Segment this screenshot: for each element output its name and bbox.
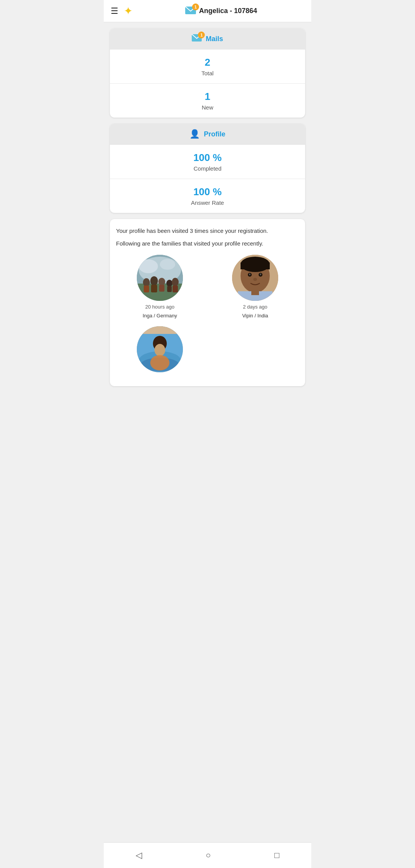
visitor-item-1[interactable]: 20 hours ago Inga / Germany <box>116 255 204 319</box>
menu-button[interactable]: ☰ <box>111 7 118 15</box>
visits-text1: Your profile has been visited 3 times si… <box>116 227 299 236</box>
profile-completed-row: 100 % Completed <box>110 144 305 179</box>
visitor-photo-1 <box>137 255 183 301</box>
recent-apps-button[interactable]: □ <box>267 848 287 863</box>
svg-point-11 <box>158 278 165 285</box>
header-title: Angelica - 107864 <box>199 7 257 15</box>
visits-text2: Following are the families that visited … <box>116 239 299 248</box>
visitors-grid: 20 hours ago Inga / Germany <box>116 255 299 378</box>
svg-point-33 <box>154 344 165 356</box>
svg-rect-8 <box>144 285 149 292</box>
visitor-1-name: Inga / Germany <box>143 313 177 319</box>
mails-new-row: 1 New <box>110 83 305 118</box>
profile-label: Profile <box>204 130 225 138</box>
svg-point-15 <box>172 278 179 286</box>
svg-point-13 <box>166 280 173 287</box>
back-button[interactable]: ◁ <box>128 848 150 863</box>
profile-completed-value: 100 % <box>116 152 299 164</box>
visitor-2-time: 2 days ago <box>243 304 267 310</box>
profile-answer-label: Answer Rate <box>116 199 299 206</box>
person-icon: 👤 <box>189 129 200 139</box>
logo-icon: ✦ <box>124 5 133 17</box>
profile-answer-value: 100 % <box>116 186 299 198</box>
visitor-item-3[interactable] <box>116 326 204 378</box>
svg-point-4 <box>139 259 158 273</box>
svg-point-7 <box>143 278 150 287</box>
svg-rect-20 <box>241 262 270 269</box>
svg-rect-27 <box>251 289 259 295</box>
header-mail-badge: 1 <box>192 3 199 10</box>
visitor-photo-3 <box>137 326 183 372</box>
mails-new-label: New <box>116 104 299 111</box>
svg-rect-16 <box>173 285 178 292</box>
mails-icon-wrap: 1 <box>192 34 202 44</box>
home-button[interactable]: ○ <box>198 848 218 863</box>
svg-point-5 <box>160 259 175 270</box>
svg-rect-14 <box>167 286 172 292</box>
profile-card-header: 👤 Profile <box>110 124 305 144</box>
svg-point-24 <box>260 274 261 276</box>
mails-card-header: 1 Mails <box>110 28 305 49</box>
visitor-1-time: 20 hours ago <box>145 304 174 310</box>
visitor-avatar-2 <box>232 255 278 301</box>
mails-total-value: 2 <box>116 56 299 68</box>
svg-point-34 <box>150 355 169 370</box>
app-header: ☰ ✦ 1 Angelica - 107864 <box>104 0 311 22</box>
header-title-area: 1 Angelica - 107864 <box>138 6 304 17</box>
visitor-2-name: Vipin / India <box>242 313 268 319</box>
mails-total-label: Total <box>116 70 299 76</box>
visits-card: Your profile has been visited 3 times si… <box>110 219 305 386</box>
bottom-nav: ◁ ○ □ <box>104 842 311 868</box>
mails-label: Mails <box>206 35 223 43</box>
mails-card[interactable]: 1 Mails 2 Total 1 New <box>110 28 305 118</box>
svg-rect-12 <box>159 285 164 292</box>
svg-rect-31 <box>137 326 183 334</box>
profile-completed-label: Completed <box>116 165 299 172</box>
svg-point-23 <box>249 274 251 276</box>
mails-new-value: 1 <box>116 91 299 103</box>
visitor-item-2[interactable]: 2 days ago Vipin / India <box>211 255 299 319</box>
header-mail-icon-wrap[interactable]: 1 <box>185 6 196 17</box>
visitor-photo-2 <box>232 255 278 301</box>
visitor-avatar-3 <box>137 326 183 372</box>
visitor-avatar-1 <box>137 255 183 301</box>
main-content: 1 Mails 2 Total 1 New 👤 Profile 100 % Co… <box>104 22 311 836</box>
mails-badge: 1 <box>198 32 205 38</box>
profile-answer-row: 100 % Answer Rate <box>110 179 305 213</box>
mails-total-row: 2 Total <box>110 49 305 83</box>
profile-card[interactable]: 👤 Profile 100 % Completed 100 % Answer R… <box>110 124 305 213</box>
svg-rect-10 <box>151 285 157 292</box>
svg-point-25 <box>253 278 257 281</box>
svg-point-9 <box>150 276 158 285</box>
